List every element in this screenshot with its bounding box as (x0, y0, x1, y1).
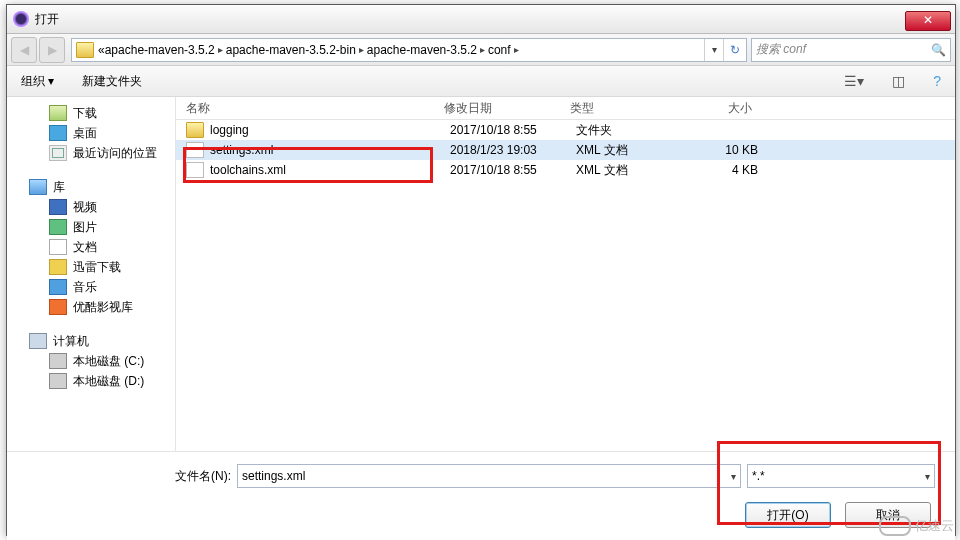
search-icon: 🔍 (931, 43, 946, 57)
sidebar-item-computer[interactable]: 计算机 (7, 331, 175, 351)
column-headers: 名称 修改日期 类型 大小 (176, 97, 955, 120)
list-item[interactable]: settings.xml 2018/1/23 19:03 XML 文档 10 K… (176, 140, 955, 160)
watermark: 亿速云 (879, 516, 954, 536)
titlebar: 打开 ✕ (7, 5, 955, 34)
window-title: 打开 (35, 11, 59, 28)
eclipse-icon (13, 11, 29, 27)
sidebar-item-videos[interactable]: 视频 (7, 197, 175, 217)
col-type[interactable]: 类型 (570, 100, 682, 117)
content-area: 下载 桌面 最近访问的位置 库 视频 图片 文档 迅雷下载 音乐 优酷影视库 计… (7, 97, 955, 451)
search-placeholder: 搜索 conf (756, 41, 806, 58)
breadcrumb-item[interactable]: apache-maven-3.5.2▸ (367, 43, 488, 57)
sidebar-item-youku[interactable]: 优酷影视库 (7, 297, 175, 317)
address-bar[interactable]: « apache-maven-3.5.2▸ apache-maven-3.5.2… (71, 38, 747, 62)
navbar: ◀ ▶ « apache-maven-3.5.2▸ apache-maven-3… (7, 34, 955, 66)
toolbar: 组织 ▾ 新建文件夹 ☰▾ ◫ ? (7, 66, 955, 97)
address-dropdown[interactable]: ▾ (704, 39, 723, 61)
organize-menu[interactable]: 组织 ▾ (21, 73, 54, 90)
forward-button[interactable]: ▶ (39, 37, 65, 63)
folder-icon (76, 42, 94, 58)
footer: 文件名(N): settings.xml ▾ *.* ▾ 打开(O) 取消 (7, 451, 955, 540)
file-list: logging 2017/10/18 8:55 文件夹 settings.xml… (176, 120, 955, 180)
sidebar-item-xunlei[interactable]: 迅雷下载 (7, 257, 175, 277)
filename-label: 文件名(N): (157, 468, 231, 485)
breadcrumb-item[interactable]: apache-maven-3.5.2-bin▸ (226, 43, 367, 57)
col-name[interactable]: 名称 (186, 100, 444, 117)
col-date[interactable]: 修改日期 (444, 100, 570, 117)
file-icon (186, 142, 204, 158)
sidebar-item-disk-d[interactable]: 本地磁盘 (D:) (7, 371, 175, 391)
file-icon (186, 162, 204, 178)
search-input[interactable]: 搜索 conf 🔍 (751, 38, 951, 62)
list-item[interactable]: toolchains.xml 2017/10/18 8:55 XML 文档 4 … (176, 160, 955, 180)
sidebar-item-libraries[interactable]: 库 (7, 177, 175, 197)
sidebar-item-desktop[interactable]: 桌面 (7, 123, 175, 143)
list-item[interactable]: logging 2017/10/18 8:55 文件夹 (176, 120, 955, 140)
back-button[interactable]: ◀ (11, 37, 37, 63)
sidebar: 下载 桌面 最近访问的位置 库 视频 图片 文档 迅雷下载 音乐 优酷影视库 计… (7, 97, 176, 451)
new-folder-button[interactable]: 新建文件夹 (82, 73, 142, 90)
close-button[interactable]: ✕ (905, 11, 951, 31)
chevron-down-icon[interactable]: ▾ (925, 471, 930, 482)
chevron-down-icon[interactable]: ▾ (731, 471, 736, 482)
sidebar-item-disk-c[interactable]: 本地磁盘 (C:) (7, 351, 175, 371)
breadcrumb-item[interactable]: apache-maven-3.5.2▸ (105, 43, 226, 57)
preview-pane-icon[interactable]: ◫ (892, 73, 905, 89)
help-icon[interactable]: ? (933, 73, 941, 89)
file-list-panel: 名称 修改日期 类型 大小 logging 2017/10/18 8:55 文件… (176, 97, 955, 451)
open-button[interactable]: 打开(O) (745, 502, 831, 528)
sidebar-item-downloads[interactable]: 下载 (7, 103, 175, 123)
folder-icon (186, 122, 204, 138)
open-dialog: 打开 ✕ ◀ ▶ « apache-maven-3.5.2▸ apache-ma… (6, 4, 956, 536)
watermark-logo-icon (879, 516, 911, 536)
filename-input[interactable]: settings.xml ▾ (237, 464, 741, 488)
filetype-filter[interactable]: *.* ▾ (747, 464, 935, 488)
sidebar-item-pictures[interactable]: 图片 (7, 217, 175, 237)
sidebar-item-documents[interactable]: 文档 (7, 237, 175, 257)
sidebar-item-recent[interactable]: 最近访问的位置 (7, 143, 175, 163)
refresh-button[interactable]: ↻ (723, 39, 746, 61)
view-menu-icon[interactable]: ☰▾ (844, 73, 864, 89)
col-size[interactable]: 大小 (682, 100, 752, 117)
breadcrumb-prefix: « (98, 43, 105, 57)
breadcrumb-item[interactable]: conf▸ (488, 43, 522, 57)
sidebar-item-music[interactable]: 音乐 (7, 277, 175, 297)
